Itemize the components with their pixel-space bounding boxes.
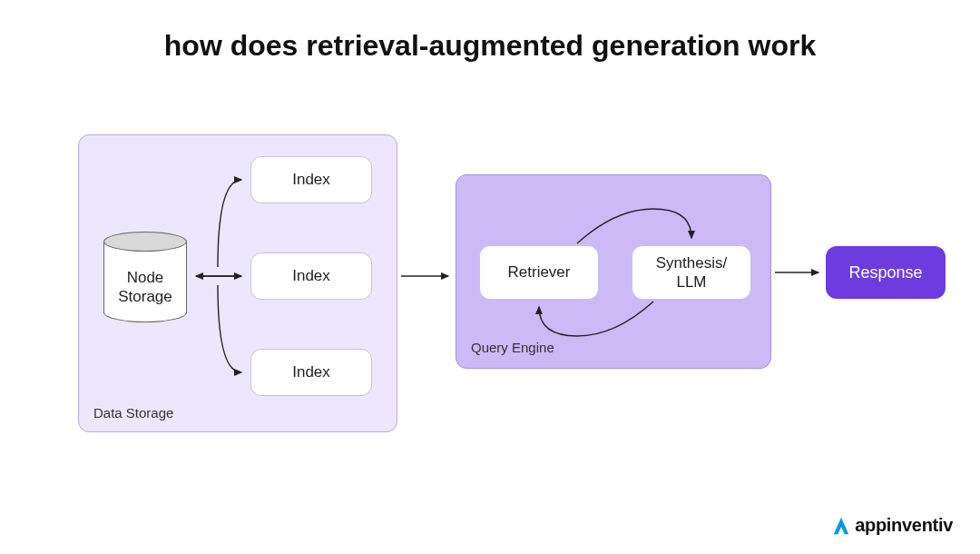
synthesis-box: Synthesis/LLM bbox=[632, 245, 751, 300]
response-box: Response bbox=[826, 246, 946, 299]
brand-logo: appinventiv bbox=[831, 515, 953, 536]
index-label-2: Index bbox=[292, 266, 330, 285]
brand-mark-icon bbox=[831, 516, 851, 536]
index-label-3: Index bbox=[292, 362, 330, 381]
response-label: Response bbox=[848, 263, 922, 282]
db-top-icon bbox=[103, 232, 187, 252]
node-storage-label: NodeStorage bbox=[103, 268, 187, 307]
query-engine-label: Query Engine bbox=[471, 340, 554, 355]
brand-text: appinventiv bbox=[855, 515, 953, 536]
retriever-box: Retriever bbox=[479, 245, 599, 300]
index-box-3: Index bbox=[250, 349, 372, 396]
synthesis-label: Synthesis/LLM bbox=[656, 253, 727, 292]
index-label-1: Index bbox=[292, 170, 330, 189]
index-box-1: Index bbox=[250, 156, 372, 203]
node-storage-db: NodeStorage bbox=[103, 232, 187, 322]
data-storage-label: Data Storage bbox=[93, 405, 173, 420]
diagram-title: how does retrieval-augmented generation … bbox=[0, 29, 980, 63]
index-box-2: Index bbox=[250, 252, 372, 300]
retriever-label: Retriever bbox=[508, 262, 571, 282]
